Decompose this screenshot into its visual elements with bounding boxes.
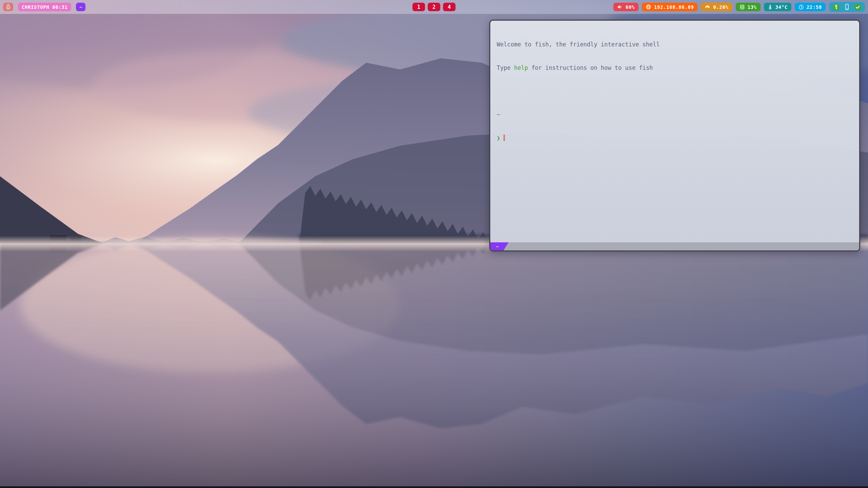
greeting-prefix: Type [497,64,514,71]
prompt-line: ❯ [497,134,853,142]
gauge-icon [705,4,710,10]
network-module: 192.168.86.69 [642,3,697,11]
terminal-window[interactable]: Welcome to fish, the friendly interactiv… [489,20,860,251]
fish-greeting-line1: Welcome to fish, the friendly interactiv… [497,41,853,48]
clock-module[interactable]: 22:58 [795,3,826,11]
globe-icon [646,4,651,10]
memory-module: 13% [736,3,761,11]
cpu-module: 0.26% [701,3,732,11]
launcher-button[interactable] [3,3,13,11]
memory-stack-icon [739,4,745,10]
session-clock-badge: CHRISTOPH 00:31 [18,3,71,11]
greeting-suffix: for instructions on how to use fish [528,64,653,71]
session-clock-label: CHRISTOPH 00:31 [22,4,67,10]
terminal-tab-label: ~ [496,244,499,249]
workspace-switcher: 1 2 4 [413,0,456,14]
memory-value: 13% [748,4,757,10]
workspace-button-1[interactable]: 1 [413,3,425,11]
speaker-icon [617,4,623,10]
tux-linux-icon [5,4,11,10]
prompt-cwd: ~ [497,111,853,119]
thermometer-icon [768,4,773,10]
terminal-tab-bar: ~ [490,242,859,250]
terminal-cursor [504,135,505,141]
volume-module[interactable]: 60% [613,3,638,11]
prompt-symbol: ❯ [497,135,500,141]
workspace-button-4[interactable]: 4 [443,3,456,11]
cpu-value: 0.26% [713,4,728,10]
fish-greeting-line2: Type help for instructions on how to use… [497,64,853,72]
clock-icon [798,4,804,10]
status-bar-left: CHRISTOPH 00:31 ~ [3,3,85,11]
temperature-value: 34°C [775,4,788,10]
help-command-text: help [514,64,528,71]
check-circle-icon[interactable] [854,3,862,11]
terminal-tab-home[interactable]: ~ [490,242,509,250]
clock-value: 22:58 [807,4,822,10]
cwd-label: ~ [79,4,82,10]
blank-line [497,87,853,95]
phone-icon[interactable] [844,3,850,11]
status-bar-right: 60% 192.168.86.69 0.26% 13% [613,2,865,12]
system-tray [829,2,865,12]
cwd-badge: ~ [76,3,85,11]
workspace-button-2[interactable]: 2 [428,3,440,11]
network-ip-value: 192.168.86.69 [654,4,694,10]
terminal-output[interactable]: Welcome to fish, the friendly interactiv… [490,21,859,242]
volume-value: 60% [626,4,635,10]
status-bar: CHRISTOPH 00:31 ~ 1 2 4 60% 192.168.86.6… [0,0,868,14]
screen-bottom-edge [0,486,868,488]
key-icon[interactable] [832,3,840,11]
temperature-module: 34°C [764,3,791,11]
